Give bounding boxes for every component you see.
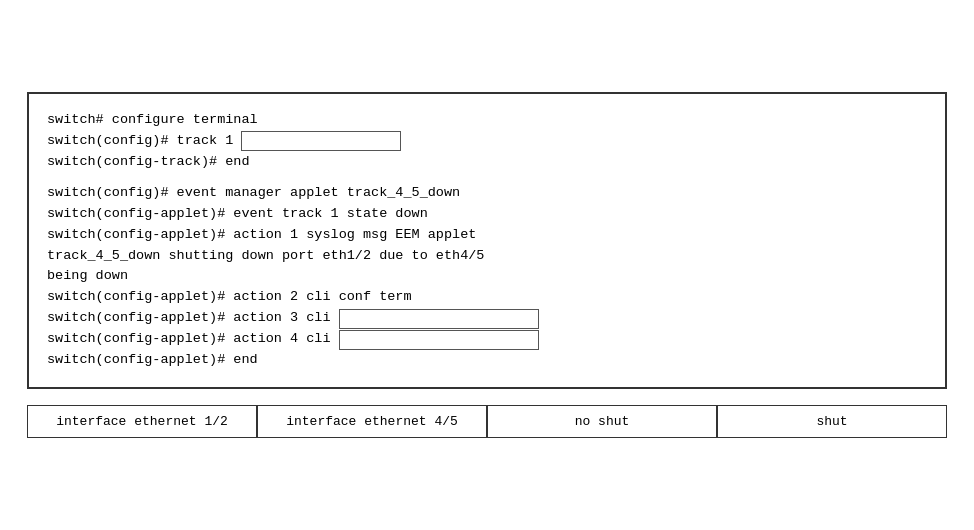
terminal-line-8: track_4_5_down shutting down port eth1/2… [47, 246, 927, 267]
terminal-text-12: switch(config-applet)# action 4 cli [47, 329, 339, 350]
track-input[interactable] [241, 131, 401, 151]
main-container: switch# configure terminal switch(config… [27, 92, 947, 438]
terminal-line-3: switch(config-track)# end [47, 152, 927, 173]
terminal-line-13: switch(config-applet)# end [47, 350, 927, 371]
terminal-line-11: switch(config-applet)# action 3 cli [47, 308, 927, 329]
terminal-line-12: switch(config-applet)# action 4 cli [47, 329, 927, 350]
action3-input[interactable] [339, 309, 539, 329]
action4-input[interactable] [339, 330, 539, 350]
btn-interface-eth45[interactable]: interface ethernet 4/5 [257, 405, 487, 438]
terminal-line-2: switch(config)# track 1 [47, 131, 927, 152]
btn-no-shut[interactable]: no shut [487, 405, 717, 438]
terminal-text-11: switch(config-applet)# action 3 cli [47, 308, 339, 329]
terminal-line-7: switch(config-applet)# action 1 syslog m… [47, 225, 927, 246]
terminal-line-10: switch(config-applet)# action 2 cli conf… [47, 287, 927, 308]
terminal-text-5: switch(config)# event manager applet tra… [47, 183, 460, 204]
terminal-text-8: track_4_5_down shutting down port eth1/2… [47, 246, 484, 267]
terminal-line-9: being down [47, 266, 927, 287]
terminal-text-7: switch(config-applet)# action 1 syslog m… [47, 225, 476, 246]
terminal-line-6: switch(config-applet)# event track 1 sta… [47, 204, 927, 225]
btn-interface-eth12[interactable]: interface ethernet 1/2 [27, 405, 257, 438]
terminal-text-10: switch(config-applet)# action 2 cli conf… [47, 287, 412, 308]
button-row: interface ethernet 1/2 interface etherne… [27, 405, 947, 438]
terminal-text-9: being down [47, 266, 128, 287]
terminal-text-2: switch(config)# track 1 [47, 131, 241, 152]
spacer-1 [47, 173, 927, 183]
terminal-text-3: switch(config-track)# end [47, 152, 250, 173]
terminal-box: switch# configure terminal switch(config… [27, 92, 947, 389]
terminal-text-1: switch# configure terminal [47, 110, 258, 131]
terminal-text-13: switch(config-applet)# end [47, 350, 258, 371]
terminal-line-1: switch# configure terminal [47, 110, 927, 131]
terminal-line-5: switch(config)# event manager applet tra… [47, 183, 927, 204]
terminal-text-6: switch(config-applet)# event track 1 sta… [47, 204, 428, 225]
btn-shut[interactable]: shut [717, 405, 947, 438]
